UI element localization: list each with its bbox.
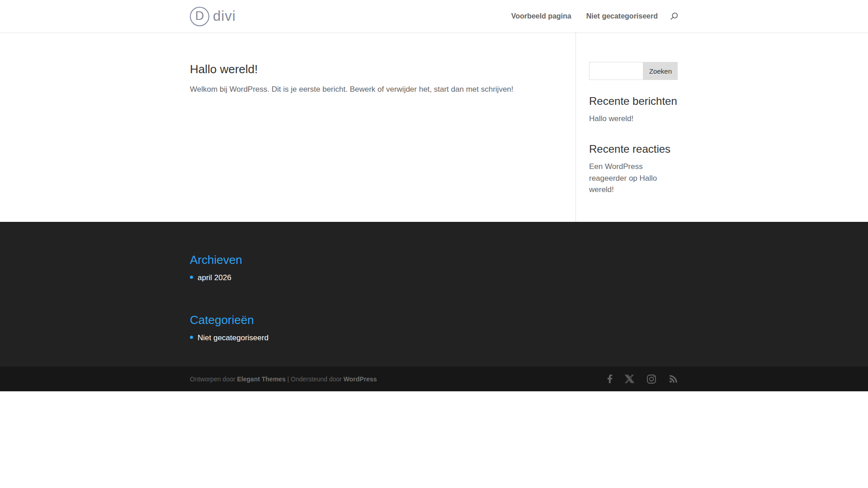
widget-title-recent-posts: Recente berichten [589, 95, 678, 108]
footer-credits: Ontworpen door Elegant Themes | Onderste… [190, 375, 377, 383]
facebook-icon[interactable] [607, 374, 613, 384]
elegant-themes-link[interactable]: Elegant Themes [237, 375, 285, 383]
recent-post-link[interactable]: Hallo wereld! [589, 113, 633, 125]
credits-middle: | Ondersteund door [286, 375, 344, 383]
bullet-icon [190, 276, 193, 279]
sidebar: Zoeken Recente berichten Hallo wereld! R… [589, 33, 678, 222]
sidebar-search-form: Zoeken [589, 62, 678, 80]
primary-nav: Voorbeeld pagina Niet gecategoriseerd [496, 12, 678, 20]
search-icon[interactable] [670, 12, 678, 20]
widget-recent-comments: Recente reacties Een WordPress reageerde… [589, 143, 678, 196]
post-title[interactable]: Hallo wereld! [190, 62, 576, 76]
main-area: Hallo wereld! Welkom bij WordPress. Dit … [0, 33, 868, 222]
widget-title-recent-comments: Recente reacties [589, 143, 678, 155]
divi-logo-text: divi [213, 8, 236, 24]
credits-prefix: Ontworpen door [190, 375, 237, 383]
category-link-niet-gecategoriseerd[interactable]: Niet gecategoriseerd [198, 333, 269, 342]
divi-logo-circle-icon: D [190, 7, 209, 26]
post-article: Hallo wereld! Welkom bij WordPress. Dit … [190, 33, 576, 222]
footer-widget-title-categories: Categorieën [190, 313, 678, 327]
blank-area [0, 391, 868, 488]
widget-recent-posts: Recente berichten Hallo wereld! [589, 95, 678, 125]
bullet-icon [190, 336, 193, 339]
site-header: D divi Voorbeeld pagina Niet gecategoris… [0, 0, 868, 33]
archives-list: april 2026 [190, 273, 678, 282]
nav-item-niet-gecategoriseerd[interactable]: Niet gecategoriseerd [586, 12, 658, 20]
nav-item-voorbeeld-pagina[interactable]: Voorbeeld pagina [511, 12, 571, 20]
list-item: april 2026 [190, 273, 678, 282]
social-links [595, 374, 678, 384]
instagram-icon[interactable] [646, 374, 656, 384]
archive-link-april-2026[interactable]: april 2026 [198, 273, 231, 282]
sidebar-search-button[interactable]: Zoeken [643, 62, 678, 80]
sidebar-search-input[interactable] [589, 62, 643, 80]
footer-widget-archives: Archieven april 2026 [190, 253, 678, 282]
site-footer: Archieven april 2026 Categorieën Niet ge… [0, 222, 868, 366]
footer-bottom-bar: Ontworpen door Elegant Themes | Onderste… [0, 366, 868, 391]
list-item: Niet gecategoriseerd [190, 333, 678, 343]
recent-comment-link[interactable]: Een WordPress reageerder op Hallo wereld… [589, 161, 678, 196]
rss-icon[interactable] [669, 374, 678, 384]
footer-widget-categories: Categorieën Niet gecategoriseerd [190, 313, 678, 343]
x-icon[interactable] [625, 374, 634, 384]
categories-list: Niet gecategoriseerd [190, 333, 678, 343]
post-excerpt: Welkom bij WordPress. Dit is je eerste b… [190, 83, 576, 95]
footer-widget-title-archives: Archieven [190, 253, 678, 267]
divi-logo[interactable]: D divi [190, 7, 236, 26]
wordpress-link[interactable]: WordPress [344, 375, 377, 383]
